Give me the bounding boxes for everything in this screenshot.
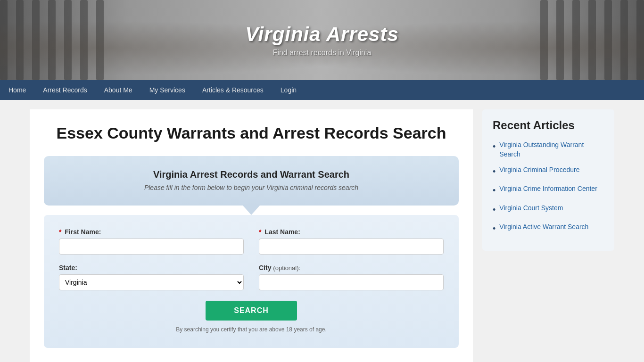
first-name-input[interactable] <box>59 239 244 255</box>
bullet-icon: • <box>493 185 495 197</box>
bullet-icon: • <box>493 204 495 216</box>
sidebar-articles-list: • Virginia Outstanding Warrant Search • … <box>493 140 604 235</box>
nav-about-me[interactable]: About Me <box>96 80 141 100</box>
bullet-icon: • <box>493 223 495 235</box>
main-nav: Home Arrest Records About Me My Services… <box>0 80 644 100</box>
nav-my-services[interactable]: My Services <box>141 80 194 100</box>
sidebar-article-link[interactable]: Virginia Crime Information Center <box>499 184 597 194</box>
sidebar: Recent Articles • Virginia Outstanding W… <box>482 109 614 362</box>
main-content: Essex County Warrants and Arrest Records… <box>30 109 473 362</box>
form-disclaimer: By searching you certify that you are ab… <box>59 326 444 333</box>
site-title: Virginia Arrests <box>245 23 399 46</box>
form-row-location: State: Virginia City (optional): <box>59 264 444 290</box>
last-name-input[interactable] <box>259 239 444 255</box>
form-group-city: City (optional): <box>259 264 444 290</box>
header-content: Virginia Arrests Find arrest records in … <box>245 23 399 57</box>
sidebar-article-link[interactable]: Virginia Criminal Procedure <box>499 165 579 175</box>
state-select[interactable]: Virginia <box>59 274 244 290</box>
sidebar-card: Recent Articles • Virginia Outstanding W… <box>482 109 614 251</box>
form-row-name: * First Name: * Last Name: <box>59 228 444 255</box>
list-item: • Virginia Outstanding Warrant Search <box>493 140 604 159</box>
first-name-label: * First Name: <box>59 228 244 236</box>
list-item: • Virginia Court System <box>493 204 604 216</box>
city-label: City (optional): <box>259 264 444 272</box>
city-optional-text: (optional): <box>273 264 300 272</box>
required-star-firstname: * <box>59 228 61 236</box>
nav-home[interactable]: Home <box>0 80 34 100</box>
form-group-lastname: * Last Name: <box>259 228 444 255</box>
form-area: * First Name: * Last Name: State: <box>44 215 459 348</box>
form-group-firstname: * First Name: <box>59 228 244 255</box>
page-title: Essex County Warrants and Arrest Records… <box>44 123 459 143</box>
required-star-lastname: * <box>259 228 261 236</box>
list-item: • Virginia Active Warrant Search <box>493 222 604 235</box>
sidebar-title: Recent Articles <box>493 119 604 132</box>
sidebar-article-link[interactable]: Virginia Court System <box>499 204 563 213</box>
sidebar-article-link[interactable]: Virginia Outstanding Warrant Search <box>499 140 604 159</box>
nav-arrest-records[interactable]: Arrest Records <box>34 80 95 100</box>
site-subtitle: Find arrest records in Virginia <box>245 49 399 57</box>
form-group-state: State: Virginia <box>59 264 244 290</box>
search-card-title: Virginia Arrest Records and Warrant Sear… <box>59 169 444 180</box>
search-button[interactable]: SEARCH <box>206 301 297 321</box>
nav-login[interactable]: Login <box>272 80 305 100</box>
list-item: • Virginia Crime Information Center <box>493 184 604 197</box>
search-card-subtitle: Please fill in the form below to begin y… <box>59 184 444 191</box>
last-name-label: * Last Name: <box>259 228 444 236</box>
nav-articles[interactable]: Articles & Resources <box>194 80 272 100</box>
city-input[interactable] <box>259 274 444 290</box>
page-container: Essex County Warrants and Arrest Records… <box>23 100 621 362</box>
card-arrow <box>243 206 260 215</box>
bullet-icon: • <box>493 141 495 153</box>
bullet-icon: • <box>493 166 495 178</box>
header-banner: Virginia Arrests Find arrest records in … <box>0 0 644 80</box>
search-card: Virginia Arrest Records and Warrant Sear… <box>44 156 459 206</box>
state-label: State: <box>59 264 244 272</box>
list-item: • Virginia Criminal Procedure <box>493 165 604 178</box>
sidebar-article-link[interactable]: Virginia Active Warrant Search <box>499 222 588 232</box>
